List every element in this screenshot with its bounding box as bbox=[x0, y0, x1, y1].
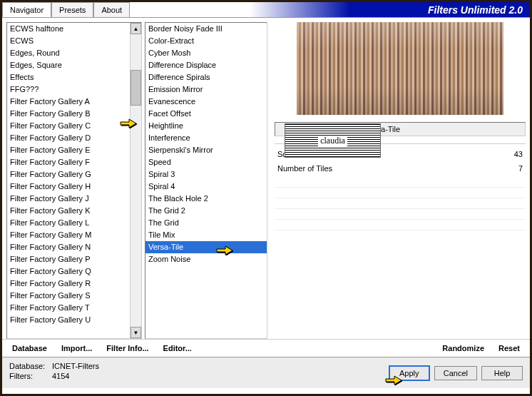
list-item[interactable]: Interference bbox=[145, 132, 267, 144]
watermark-overlay: claudia bbox=[285, 123, 381, 158]
category-list[interactable]: ECWS halftoneECWSEdges, RoundEdges, Squa… bbox=[6, 22, 142, 339]
list-item[interactable]: Heightline bbox=[145, 120, 267, 132]
param-label: Number of Tiles bbox=[277, 164, 332, 173]
list-item[interactable]: Filter Factory Gallery A bbox=[7, 96, 130, 108]
title-bar: Filters Unlimited 2.0 bbox=[130, 2, 530, 17]
scroll-thumb[interactable] bbox=[131, 70, 141, 106]
scrollbar[interactable]: ▲ ▼ bbox=[130, 23, 141, 338]
list-item[interactable]: ECWS bbox=[7, 35, 130, 47]
list-item[interactable]: Zoom Noise bbox=[145, 253, 267, 265]
list-item[interactable]: Filter Factory Gallery G bbox=[7, 168, 130, 181]
list-item[interactable]: Filter Factory Gallery F bbox=[7, 156, 130, 168]
list-item[interactable]: Filter Factory Gallery U bbox=[7, 314, 130, 326]
status-filters-label: Filters: bbox=[9, 372, 48, 380]
list-item[interactable]: Filter Factory Gallery N bbox=[7, 241, 130, 253]
tab-presets[interactable]: Presets bbox=[51, 2, 93, 17]
scroll-down-icon[interactable]: ▼ bbox=[131, 327, 141, 338]
help-button[interactable]: Help bbox=[481, 366, 523, 380]
list-item[interactable]: Filter Factory Gallery J bbox=[7, 193, 130, 205]
list-item[interactable]: Filter Factory Gallery T bbox=[7, 302, 130, 314]
list-item[interactable]: Filter Factory Gallery H bbox=[7, 181, 130, 193]
preview-image bbox=[297, 22, 503, 115]
status-bar: Database: ICNET-Filters Filters: 4154 Ap… bbox=[2, 357, 530, 388]
tab-bar: Navigator Presets About bbox=[2, 2, 130, 17]
preview-panel: Versa-Tile Scale 43 Number of Tiles 7 bbox=[267, 22, 526, 339]
list-item[interactable]: Facet Offset bbox=[145, 108, 267, 120]
tab-navigator[interactable]: Navigator bbox=[2, 2, 51, 17]
list-item[interactable]: Filter Factory Gallery K bbox=[7, 205, 130, 217]
header: Navigator Presets About Filters Unlimite… bbox=[2, 2, 530, 18]
status-db-label: Database: bbox=[9, 362, 48, 370]
list-item[interactable]: Sierpenski's Mirror bbox=[145, 144, 267, 156]
param-empty bbox=[275, 220, 526, 230]
status-filters-value: 4154 bbox=[52, 372, 69, 380]
list-item[interactable]: Spiral 4 bbox=[145, 181, 267, 193]
list-item[interactable]: The Grid 2 bbox=[145, 205, 267, 217]
list-item[interactable]: ECWS halftone bbox=[7, 23, 130, 35]
list-item[interactable]: FFG??? bbox=[7, 83, 130, 96]
list-item[interactable]: The Black Hole 2 bbox=[145, 193, 267, 205]
list-item[interactable]: Speed bbox=[145, 156, 267, 168]
param-value: 7 bbox=[518, 164, 523, 173]
scroll-up-icon[interactable]: ▲ bbox=[131, 23, 141, 34]
import-button[interactable]: Import... bbox=[61, 344, 92, 352]
param-tiles[interactable]: Number of Tiles 7 bbox=[275, 163, 526, 174]
parameter-area: Scale 43 Number of Tiles 7 bbox=[275, 143, 526, 339]
list-item[interactable]: Filter Factory Gallery D bbox=[7, 132, 130, 144]
list-item[interactable]: Emission Mirror bbox=[145, 83, 267, 96]
filter-info-button[interactable]: Filter Info... bbox=[106, 344, 148, 352]
tab-about[interactable]: About bbox=[93, 2, 130, 17]
app-title: Filters Unlimited 2.0 bbox=[428, 4, 523, 16]
apply-button[interactable]: Apply bbox=[389, 365, 430, 381]
status-db-value: ICNET-Filters bbox=[52, 362, 99, 370]
list-item[interactable]: Filter Factory Gallery L bbox=[7, 217, 130, 229]
database-button[interactable]: Database bbox=[12, 344, 47, 352]
list-item[interactable]: Edges, Square bbox=[7, 59, 130, 71]
cancel-button[interactable]: Cancel bbox=[434, 366, 477, 380]
list-item[interactable]: Filter Factory Gallery M bbox=[7, 229, 130, 241]
list-item[interactable]: Tile Mix bbox=[145, 229, 267, 241]
list-item[interactable]: The Grid bbox=[145, 217, 267, 229]
list-item[interactable]: Filter Factory Gallery P bbox=[7, 253, 130, 265]
reset-button[interactable]: Reset bbox=[498, 344, 520, 352]
toolbar: Database Import... Filter Info... Editor… bbox=[2, 339, 530, 357]
list-item[interactable]: Filter Factory Gallery B bbox=[7, 108, 130, 120]
watermark-text: claudia bbox=[318, 136, 347, 146]
list-item[interactable]: Filter Factory Gallery S bbox=[7, 290, 130, 302]
list-item[interactable]: Cyber Mosh bbox=[145, 47, 267, 59]
main-panel: ECWS halftoneECWSEdges, RoundEdges, Squa… bbox=[2, 18, 530, 339]
param-value: 43 bbox=[514, 150, 523, 158]
list-item[interactable]: Border Noisy Fade III bbox=[145, 23, 267, 35]
list-item[interactable]: Spiral 3 bbox=[145, 168, 267, 181]
list-item[interactable]: Difference Displace bbox=[145, 59, 267, 71]
param-empty bbox=[275, 188, 526, 198]
list-item[interactable]: Evanescence bbox=[145, 96, 267, 108]
randomize-button[interactable]: Randomize bbox=[442, 344, 484, 352]
list-item[interactable]: Color-Extract bbox=[145, 35, 267, 47]
filter-list[interactable]: Border Noisy Fade IIIColor-ExtractCyber … bbox=[145, 22, 267, 339]
param-empty bbox=[275, 209, 526, 220]
editor-button[interactable]: Editor... bbox=[163, 344, 192, 352]
list-item[interactable]: Filter Factory Gallery C bbox=[7, 120, 130, 132]
list-item[interactable]: Versa-Tile bbox=[145, 241, 267, 253]
list-item[interactable]: Edges, Round bbox=[7, 47, 130, 59]
param-empty bbox=[275, 198, 526, 209]
list-item[interactable]: Filter Factory Gallery E bbox=[7, 144, 130, 156]
list-item[interactable]: Filter Factory Gallery R bbox=[7, 278, 130, 290]
list-item[interactable]: Difference Spirals bbox=[145, 71, 267, 83]
param-empty bbox=[275, 177, 526, 188]
list-item[interactable]: Effects bbox=[7, 71, 130, 83]
list-item[interactable]: Filter Factory Gallery Q bbox=[7, 265, 130, 278]
